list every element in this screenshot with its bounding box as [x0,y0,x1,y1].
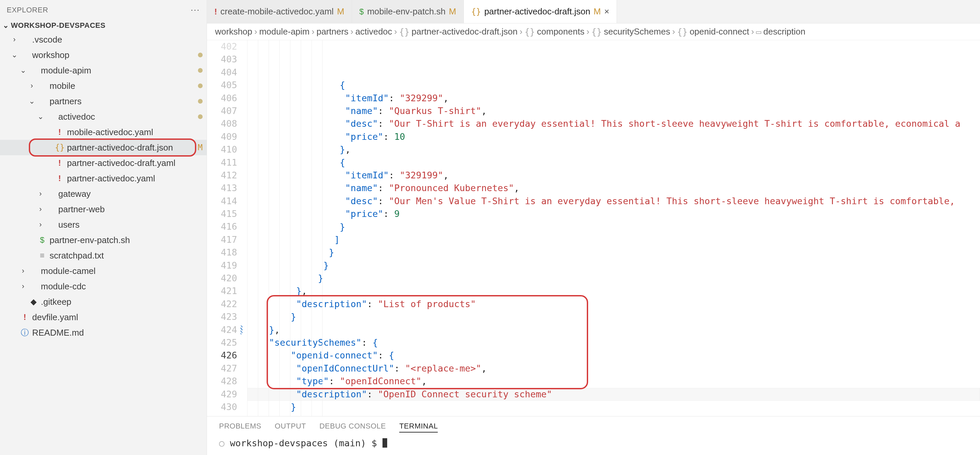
code-line[interactable]: } [247,310,980,323]
panel-tab-terminal[interactable]: TERMINAL [399,422,438,433]
chevron-right-icon[interactable]: › [20,282,26,291]
tree-row-partner-activedoc-draft-yaml[interactable]: !partner-activedoc-draft.yaml [0,155,207,171]
code-line[interactable]: } [247,259,980,272]
tree-row-devfile-yaml[interactable]: !devfile.yaml [0,310,207,325]
workspace-header[interactable]: ⌄ WORKSHOP-DEVSPACES [0,19,207,32]
editor[interactable]: 4024034044054064074084094104114124134144… [207,40,980,416]
more-icon[interactable]: ··· [191,5,200,15]
file-tree[interactable]: ›.vscode⌄workshop⌄module-apim›mobile⌄par… [0,32,207,455]
tab-label: mobile-env-patch.sh [367,6,445,17]
breadcrumb-item[interactable]: description [763,27,805,37]
sh-icon: $ [360,7,364,16]
line-number: 422 [207,298,237,310]
tree-row-partner-activedoc-draft-json[interactable]: {}partner-activedoc-draft.jsonM [0,140,207,155]
panel-tab-debug-console[interactable]: DEBUG CONSOLE [320,422,386,433]
tree-item-label: partner-activedoc-draft.yaml [67,158,203,168]
breadcrumb-item[interactable]: components [537,27,584,37]
tree-row-activedoc[interactable]: ⌄activedoc [0,109,207,125]
tree-row-workshop[interactable]: ⌄workshop [0,47,207,63]
code-line[interactable]: }, [247,324,980,336]
chevron-down-icon[interactable]: ⌄ [20,66,26,75]
panel-tabs[interactable]: PROBLEMSOUTPUTDEBUG CONSOLETERMINAL [207,417,980,436]
modified-badge: M [337,6,344,17]
line-number: 409 [207,131,237,143]
breadcrumb-item[interactable]: securitySchemes [604,27,670,37]
tree-row-mobile-activedoc-yaml[interactable]: !mobile-activedoc.yaml [0,125,207,140]
tree-row-readme-md[interactable]: ⓘREADME.md [0,325,207,340]
breadcrumb-item[interactable]: openid-connect [690,27,749,37]
tree-row-partner-web[interactable]: ›partner-web [0,201,207,217]
breadcrumb-item[interactable]: partner-activedoc-draft.json [412,27,517,37]
chevron-right-icon[interactable]: › [38,205,43,214]
modified-dot [198,68,203,73]
code-line[interactable]: "desc": "Our T-Shirt is an everyday esse… [247,117,980,130]
chevron-right-icon[interactable]: › [38,220,43,229]
chevron-right-icon: › [587,27,589,37]
tree-row-gateway[interactable]: ›gateway [0,186,207,201]
chevron-right-icon: › [312,27,315,37]
line-number: 419 [207,259,237,272]
line-number: 416 [207,220,237,233]
chevron-right-icon[interactable]: › [38,190,43,198]
tree-row-partners[interactable]: ⌄partners [0,94,207,109]
code-line[interactable]: } [247,401,980,413]
code-line[interactable]: "price": 9 [247,208,980,220]
code-line[interactable]: { [247,79,980,91]
code-line[interactable]: "securitySchemes": { [247,336,980,349]
breadcrumb-item[interactable]: module-apim [259,27,309,37]
modified-badge: M [593,6,601,17]
code-line[interactable]: ] [247,233,980,246]
tree-row-module-camel[interactable]: ›module-camel [0,263,207,279]
code-line[interactable]: "itemId": "329299", [247,92,980,105]
line-number: 411 [207,156,237,169]
tab-create-mobile-activedoc-yaml[interactable]: !create-mobile-activedoc.yamlM [207,0,352,23]
breadcrumb-item[interactable]: partners [317,27,348,37]
chevron-right-icon[interactable]: › [11,35,18,44]
chevron-down-icon[interactable]: ⌄ [29,97,35,105]
code-line[interactable]: "itemId": "329199", [247,169,980,182]
tab-mobile-env-patch-sh[interactable]: $mobile-env-patch.shM [352,0,464,23]
code-line[interactable]: }, [247,143,980,156]
editor-tabs[interactable]: !create-mobile-activedoc.yamlM$mobile-en… [207,0,980,24]
code-line[interactable]: "description": "List of products" [247,298,980,310]
tree-row-module-apim[interactable]: ⌄module-apim [0,63,207,78]
breadcrumbs[interactable]: workshop › module-apim › partners › acti… [207,24,980,40]
code-line[interactable]: } [247,220,980,233]
tree-row-module-cdc[interactable]: ›module-cdc [0,279,207,294]
code-line[interactable]: "openIdConnectUrl": "<replace-me>", [247,362,980,375]
tree-row-partner-activedoc-yaml[interactable]: !partner-activedoc.yaml [0,171,207,186]
code-line[interactable]: "name": "Pronounced Kubernetes", [247,182,980,195]
explorer-sidebar: EXPLORER ··· ⌄ WORKSHOP-DEVSPACES ›.vsco… [0,0,207,455]
code-line[interactable]: } [247,246,980,259]
tree-row-mobile[interactable]: ›mobile [0,78,207,94]
line-number: 406 [207,92,237,105]
code-line[interactable]: }, [247,285,980,297]
line-number: 403 [207,53,237,66]
code-line[interactable]: { [247,156,980,169]
panel-tab-problems[interactable]: PROBLEMS [219,422,261,433]
code-line[interactable]: "desc": "Our Men's Value T-Shirt is an e… [247,195,980,208]
terminal[interactable]: ○ workshop-devspaces (main) $ [207,436,980,455]
code-line[interactable]: "openid-connect": { [247,349,980,362]
code-line[interactable]: } [247,413,980,416]
panel-tab-output[interactable]: OUTPUT [275,422,306,433]
chevron-down-icon[interactable]: ⌄ [11,51,18,59]
tree-row--vscode[interactable]: ›.vscode [0,32,207,47]
code-line[interactable]: "price": 10 [247,131,980,143]
code-line[interactable]: } [247,272,980,285]
chevron-down-icon[interactable]: ⌄ [38,112,43,121]
breadcrumb-item[interactable]: activedoc [355,27,392,37]
tree-row-scratchpad-txt[interactable]: ≡scratchpad.txt [0,248,207,263]
tree-row--gitkeep[interactable]: ◆.gitkeep [0,294,207,310]
code-area[interactable]: { "itemId": "329299", "name": "Quarkus T… [247,40,980,416]
code-line[interactable]: "description": "OpenID Connect security … [247,388,980,401]
tree-row-users[interactable]: ›users [0,217,207,232]
chevron-right-icon[interactable]: › [29,81,35,90]
breadcrumb-item[interactable]: workshop [215,27,252,37]
tab-partner-activedoc-draft-json[interactable]: {}partner-activedoc-draft.jsonM× [464,0,617,23]
code-line[interactable]: "type": "openIdConnect", [247,375,980,388]
close-icon[interactable]: × [604,6,609,17]
tree-row-partner-env-patch-sh[interactable]: $partner-env-patch.sh [0,232,207,248]
chevron-right-icon[interactable]: › [20,267,26,275]
code-line[interactable]: "name": "Quarkus T-shirt", [247,105,980,117]
